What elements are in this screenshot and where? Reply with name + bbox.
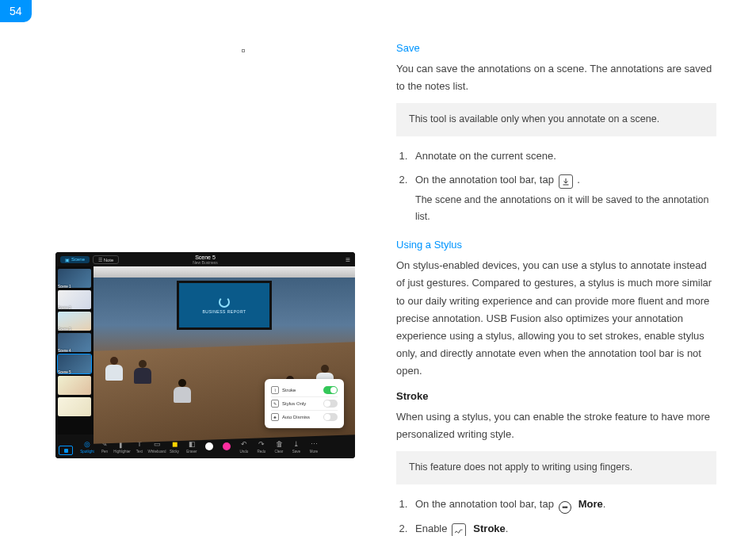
thumb-scene-4[interactable]: Scene 4 [58,333,91,352]
meeting-screen: BUSINESS REPORT [177,281,272,330]
stylus-only-toggle[interactable] [323,400,338,408]
popup-stylus-only-row[interactable]: ✎Stylus Only [271,397,338,411]
app-title: Scene 5 New Business [193,255,218,265]
app-topbar: ▣Scene ☰ Note Scene 5 New Business ≡ [55,252,355,266]
tool-save[interactable]: ⤓Save [288,439,304,454]
pip-indicator[interactable] [59,446,73,455]
app-screenshot: ▣Scene ☰ Note Scene 5 New Business ≡ Sce… [55,252,355,458]
heading-stylus: Using a Stylus [396,236,716,254]
thumb-scene-5[interactable]: Scene 5 [58,354,91,373]
download-icon [559,174,573,189]
thumb-scene-1[interactable]: Scene 1 [58,269,91,288]
tool-redo[interactable]: ↷Redo [254,439,269,454]
scene-thumbnails: Scene 1 Scene 2 Scene 3 Scene 4 Scene 5 [55,266,94,435]
stroke-step-2: Enable Stroke. [410,520,716,536]
tool-spotlight[interactable]: ◎Spotlight [79,439,95,454]
page-number-badge: 54 [0,0,32,22]
tool-color-white[interactable] [201,442,217,450]
heading-stroke: Stroke [396,388,716,405]
stroke-toggle[interactable] [323,386,338,394]
stroke-note: This feature does not apply to writing u… [396,451,716,484]
stylus-intro: On stylus-enabled devices, you can use a… [396,257,716,380]
tool-eraser[interactable]: ◧Eraser [184,439,200,454]
tool-more[interactable]: ⋯More [306,439,322,454]
more-icon: ••• [559,501,571,514]
stroke-body: When using a stylus, you can enable the … [396,408,716,443]
tool-color-magenta[interactable] [219,442,235,450]
thumb-scene-3[interactable]: Scene 3 [58,312,91,331]
stroke-step-1: On the annotation tool bar, tap ••• More… [410,496,716,515]
heading-save: Save [396,40,716,57]
tool-undo[interactable]: ↶Undo [236,439,252,454]
tool-sticky[interactable]: ◼Sticky [166,439,182,454]
tool-clear[interactable]: 🗑Clear [271,439,287,454]
stroke-icon [452,523,466,536]
thumb-scene-6[interactable] [58,376,91,395]
menu-icon[interactable]: ≡ [346,255,350,264]
thumb-scene-7[interactable] [58,397,91,416]
popup-auto-dismiss-row[interactable]: ◈Auto Dismiss [271,411,338,423]
auto-dismiss-toggle[interactable] [323,413,338,421]
tab-note[interactable]: ☰ Note [93,255,119,264]
save-note: This tool is available only when you ann… [396,103,716,136]
stylus-settings-popup: ⌇Stroke ✎Stylus Only ◈Auto Dismiss [265,379,344,428]
main-preview: BUSINESS REPORT ⌇Stroke ✎Stylus Only [94,266,355,435]
thumb-scene-2[interactable]: Scene 2 [58,290,91,309]
save-intro: You can save the annotations on a scene.… [396,60,716,95]
save-step-2-sub: The scene and the annotations on it will… [415,192,716,226]
decorative-square [242,49,245,52]
popup-stroke-row[interactable]: ⌇Stroke [271,384,338,397]
save-step-2: On the annotation tool bar, tap . The sc… [410,171,716,226]
save-step-1: Annotate on the current scene. [410,147,716,165]
tab-scene[interactable]: ▣Scene [60,256,90,263]
